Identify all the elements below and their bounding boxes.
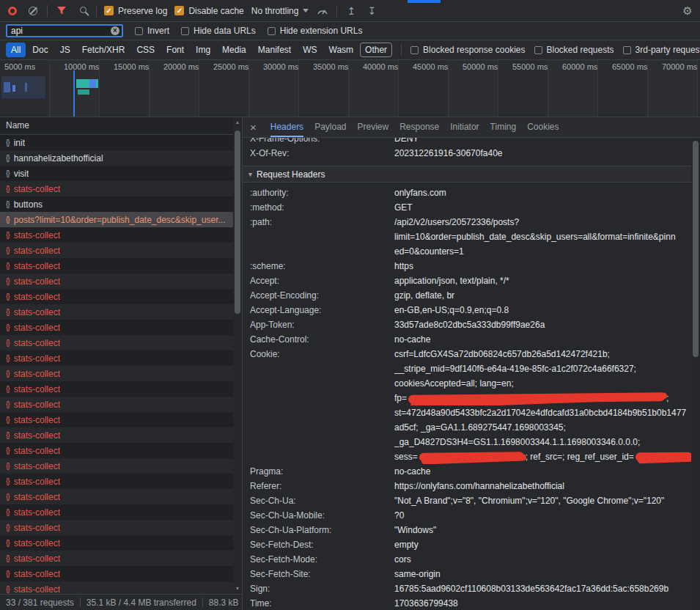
type-filter-other[interactable]: Other	[360, 43, 392, 57]
filter-input[interactable]	[11, 26, 111, 36]
type-filter-js[interactable]: JS	[55, 43, 75, 57]
request-row[interactable]: {}stats-collect	[0, 366, 233, 381]
details-scrollbar[interactable]	[691, 138, 700, 610]
tab-response[interactable]: Response	[399, 117, 439, 137]
request-row[interactable]: {}stats-collect	[0, 458, 233, 474]
type-filter-fetch-xhr[interactable]: Fetch/XHR	[77, 43, 130, 57]
name-column-header[interactable]: Name	[0, 117, 242, 135]
request-row[interactable]: {}stats-collect	[0, 397, 233, 412]
scroll-down-icon[interactable]: ▼	[233, 584, 242, 593]
tab-timing[interactable]: Timing	[490, 117, 517, 137]
type-filter-ws[interactable]: WS	[298, 43, 322, 57]
throttling-dropdown[interactable]: No throttling	[251, 6, 309, 16]
type-filter-doc[interactable]: Doc	[27, 43, 53, 57]
request-row[interactable]: {}stats-collect	[0, 289, 233, 304]
request-name: stats-collect	[14, 584, 60, 595]
preserve-log-checkbox[interactable]: ✓ Preserve log	[104, 6, 167, 16]
third-party-requests-checkbox[interactable]: 3rd-party requests	[623, 45, 700, 55]
type-filter-img[interactable]: Img	[191, 43, 215, 57]
script-icon: {}	[6, 200, 10, 208]
header-value-text: "Not_A Brand";v="8", "Chromium";v="120",…	[394, 496, 664, 506]
header-name: Sec-Ch-Ua:	[250, 493, 394, 508]
type-filter-manifest[interactable]: Manifest	[253, 43, 296, 57]
request-row[interactable]: {}hannahelizabethofficial	[0, 150, 233, 166]
header-value-text: en-GB,en-US;q=0.9,en;q=0.8	[394, 305, 509, 315]
request-row[interactable]: {}stats-collect	[0, 581, 233, 594]
type-filter-all[interactable]: All	[6, 43, 26, 57]
header-value: ?0	[394, 508, 691, 523]
scrollbar-thumb[interactable]	[693, 141, 699, 357]
clear-filter-icon[interactable]: ×	[111, 26, 119, 35]
filter-icon[interactable]	[55, 4, 68, 18]
request-row[interactable]: {}stats-collect	[0, 551, 233, 566]
type-filter-css[interactable]: CSS	[131, 43, 160, 57]
blocked-requests-checkbox[interactable]: Blocked requests	[534, 45, 614, 55]
header-value-line: st=472d48a90d5433bfc2a2d17042e4dfdcafd31…	[394, 405, 691, 420]
type-filter-wasm[interactable]: Wasm	[324, 43, 359, 57]
hide-extension-urls-label: Hide extension URLs	[280, 26, 363, 36]
clear-network-log-button[interactable]	[26, 4, 40, 18]
request-row[interactable]: {}stats-collect	[0, 381, 233, 397]
request-row[interactable]: {}stats-collect	[0, 227, 233, 243]
request-row[interactable]: {}stats-collect	[0, 243, 233, 258]
requests-scrollbar[interactable]: ▲ ▼	[233, 117, 242, 594]
request-row[interactable]: {}stats-collect	[0, 427, 233, 443]
request-row[interactable]: {}buttons	[0, 196, 233, 212]
hide-extension-urls-checkbox[interactable]: Hide extension URLs	[268, 26, 363, 36]
header-value-line: cookiesAccepted=all; lang=en;	[394, 376, 691, 391]
scroll-up-icon[interactable]: ▲	[233, 118, 242, 127]
request-row[interactable]: {}stats-collect	[0, 304, 233, 320]
tab-headers[interactable]: Headers	[270, 117, 303, 137]
request-row[interactable]: {}stats-collect	[0, 474, 233, 489]
request-row[interactable]: {}stats-collect	[0, 566, 233, 581]
settings-button[interactable]: ⚙	[681, 4, 694, 18]
request-row[interactable]: {}stats-collect	[0, 443, 233, 458]
request-row[interactable]: {}init	[0, 135, 233, 150]
request-row[interactable]: {}stats-collect	[0, 504, 233, 520]
request-row[interactable]: {}stats-collect	[0, 350, 233, 366]
header-name: :path:	[250, 215, 394, 259]
type-filter-media[interactable]: Media	[217, 43, 251, 57]
request-row[interactable]: {}stats-collect	[0, 181, 233, 196]
timeline-overview[interactable]: 5000 ms10000 ms15000 ms20000 ms25000 ms3…	[0, 60, 700, 117]
export-har-icon[interactable]: ↧	[365, 4, 378, 18]
request-row[interactable]: {}stats-collect	[0, 335, 233, 350]
request-row[interactable]: {}stats-collect	[0, 489, 233, 504]
tab-payload[interactable]: Payload	[314, 117, 346, 137]
request-headers-section-toggle[interactable]: ▾ Request Headers	[243, 166, 691, 183]
request-row[interactable]: {}stats-collect	[0, 273, 233, 289]
invert-checkbox[interactable]: Invert	[135, 26, 169, 36]
tab-cookies[interactable]: Cookies	[527, 117, 559, 137]
headers-content: X-Frame-Options:DENYX-Of-Rev:20231226191…	[243, 138, 691, 610]
request-row[interactable]: {}stats-collect	[0, 535, 233, 551]
header-value-line: same-origin	[394, 567, 691, 581]
tab-preview[interactable]: Preview	[358, 117, 389, 137]
record-button[interactable]	[6, 4, 19, 18]
header-value-line: ed=0&counters=1	[394, 244, 691, 259]
close-icon[interactable]: ×	[250, 122, 257, 133]
search-icon[interactable]	[75, 4, 89, 18]
request-row[interactable]: {}stats-collect	[0, 258, 233, 273]
request-row[interactable]: {}stats-collect	[0, 412, 233, 427]
header-value: no-cache	[394, 464, 691, 479]
request-row[interactable]: {}stats-collect	[0, 520, 233, 535]
status-bar: 33 / 381 requests 35.1 kB / 4.4 MB trans…	[0, 594, 242, 610]
request-name: posts?limit=10&order=publish_date_desc&s…	[14, 215, 226, 225]
disable-cache-checkbox[interactable]: ✓ Disable cache	[174, 6, 243, 16]
import-har-icon[interactable]: ↥	[345, 4, 358, 18]
request-row[interactable]: {}visit	[0, 166, 233, 181]
blocked-response-cookies-checkbox[interactable]: Blocked response cookies	[410, 45, 525, 55]
hide-data-urls-checkbox[interactable]: Hide data URLs	[181, 26, 256, 36]
request-row[interactable]: {}stats-collect	[0, 320, 233, 335]
request-row[interactable]: {}posts?limit=10&order=publish_date_desc…	[0, 212, 233, 227]
scrollbar-thumb[interactable]	[235, 131, 240, 314]
network-conditions-button[interactable]	[316, 4, 329, 18]
type-filter-font[interactable]: Font	[161, 43, 189, 57]
network-toolbar: ✓ Preserve log ✓ Disable cache No thrott…	[0, 0, 700, 22]
invert-label: Invert	[147, 26, 169, 36]
header-value: empty	[394, 537, 691, 552]
tab-initiator[interactable]: Initiator	[450, 117, 479, 137]
request-count: 33 / 381 requests	[6, 598, 74, 608]
checkbox-unchecked-icon	[268, 27, 276, 35]
request-name: visit	[14, 169, 29, 179]
